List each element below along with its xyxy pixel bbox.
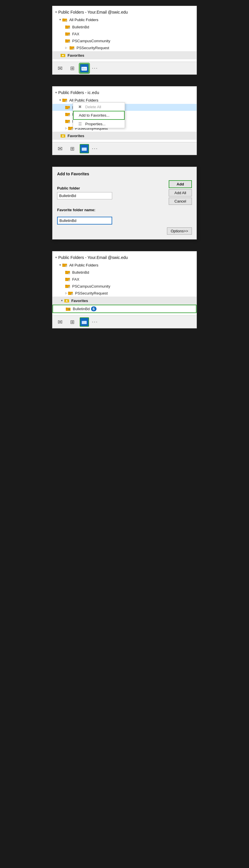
folder-nav-icon-1[interactable] (80, 64, 89, 73)
folder-sync-icon-bulletinbd-4 (66, 307, 71, 311)
folder-nav-svg-1 (81, 66, 87, 71)
favorites-label-2: Favorites (67, 134, 84, 138)
favorites-folder-icon-4 (64, 298, 70, 303)
public-folder-input[interactable] (57, 192, 112, 199)
expand-arrow-pssecurity-2[interactable]: ▷ (65, 127, 67, 130)
nav-bar-2: ✉ ⊞ ··· (53, 142, 196, 155)
mail-nav-icon-1[interactable]: ✉ (55, 64, 65, 73)
tree-item-fax-4[interactable]: FAX (53, 276, 196, 283)
dialog-footer: Options>> (57, 227, 192, 235)
pssecurity-label-4: PSSecurityRequest (75, 291, 108, 296)
delete-all-label: Delete All (85, 105, 101, 109)
context-menu-add-favorites[interactable]: Add to Favorites... (73, 111, 124, 120)
all-public-folders-row-1[interactable]: ▼ ⊞ All Public Folders (53, 16, 196, 24)
tree-item-bulletinbd-1[interactable]: BulletinBd (53, 24, 196, 30)
favorites-expand-arrow-4[interactable]: ▼ (61, 299, 63, 302)
add-favorites-label: Add to Favorites... (79, 113, 110, 118)
dialog-buttons-right: Add Add All Cancel (169, 180, 192, 205)
folder-nav-icon-4[interactable] (80, 317, 89, 327)
tree-item-bulletinbd-4[interactable]: BulletinBd (53, 269, 196, 276)
panel-title-2: Public F­olders - ic.edu (58, 90, 100, 95)
svg-rect-36 (82, 68, 84, 69)
svg-point-53 (68, 122, 70, 123)
panel-4: ▼ Public Folders - Your.Email @swic.edu … (52, 251, 197, 329)
tree-item-pssecurity-4[interactable]: ▷ PSSecurityRequest (53, 290, 196, 297)
mail-nav-icon-2[interactable]: ✉ (55, 144, 65, 153)
delete-all-icon: ✖ (78, 104, 83, 109)
add-all-button[interactable]: Add All (169, 189, 192, 196)
folder-icon-bulletinbd-1 (65, 25, 71, 29)
favorites-label-1: Favorites (67, 53, 84, 58)
pscampus-label-4: PSCampusCommunity (72, 284, 110, 288)
grid-nav-icon-2[interactable]: ⊞ (67, 144, 77, 153)
folder-icon-fax-4 (65, 277, 71, 281)
context-menu-properties[interactable]: ☰ Properties... (73, 120, 124, 128)
tree-area-4: ▼ Public Folders - Your.Email @swic.edu … (53, 251, 196, 315)
nav-dots-4[interactable]: ··· (92, 319, 98, 325)
folder-icon-pscampus-2 (65, 119, 71, 124)
svg-point-57 (71, 128, 73, 130)
favorites-row-4[interactable]: ▼ Favorites (53, 297, 196, 305)
tree-item-pscampus-1[interactable]: PSCampusCommunity (53, 37, 196, 44)
svg-point-76 (68, 279, 70, 281)
bulletinbd-favorites-label-4: BulletinBd (73, 307, 90, 311)
folder-icon-pscampus-4 (65, 284, 71, 288)
tree-item-bulletinbd-favorites-4[interactable]: BulletinBd 6 (53, 305, 196, 313)
grid-nav-icon-1[interactable]: ⊞ (67, 64, 77, 73)
cancel-button[interactable]: Cancel (169, 197, 192, 205)
svg-point-84 (71, 293, 73, 295)
context-menu-delete-all: ✖ Delete All (73, 103, 124, 111)
panel-title-4: Public Folders - Your.Email @swic.edu (58, 255, 128, 260)
favorite-folder-input[interactable] (57, 217, 112, 224)
collapse-arrow-1[interactable]: ▼ (55, 11, 57, 13)
tree-item-pssecurity-1[interactable]: ▷ PSSecurityRequest (53, 44, 196, 51)
root-header-4: ▼ Public Folders - Your.Email @swic.edu (53, 254, 196, 261)
svg-point-39 (65, 100, 67, 102)
dialog-title: Add to Favorites (57, 172, 192, 176)
folder-icon-bulletinbd-2 (65, 105, 71, 110)
panel-2: ▼ Public F­olders - ic.edu ▼ All Pu­blic… (52, 86, 197, 155)
mail-nav-icon-4[interactable]: ✉ (55, 317, 65, 327)
panel-title-1: Public Folders - Your.Email @swic.edu (58, 10, 128, 14)
panel-1: ▼ Public Folders - Your.Email @swic.edu … (52, 6, 197, 75)
folder-network-icon-apf-2 (62, 98, 67, 102)
folder-icon-pssecurity-4 (68, 291, 73, 296)
dialog-favorite-name-row: Favorite folder name: (57, 208, 192, 224)
nav-dots-2[interactable]: ··· (92, 146, 98, 152)
folder-network-icon-apf-1: ⊞ (62, 18, 67, 22)
folder-nav-svg-2 (81, 146, 87, 151)
add-to-favorites-dialog: Add to Favorites Public folder Add Add A… (52, 167, 197, 240)
all-public-folders-label-1: All Public Folders (69, 18, 98, 22)
svg-text:⊞: ⊞ (66, 20, 67, 22)
pscampus-label-1: PSCampusCommunity (72, 39, 110, 43)
collapse-arrow-apf-1[interactable]: ▼ (59, 18, 61, 21)
all-public-folders-row-4[interactable]: ▼ All Public Folders (53, 261, 196, 269)
bulletinbd-label-4: BulletinBd (72, 270, 89, 275)
tree-item-pscampus-4[interactable]: PSCampusCommunity (53, 283, 196, 290)
expand-arrow-pssecurity-4[interactable]: ▷ (65, 292, 67, 294)
folder-nav-icon-2[interactable] (80, 144, 89, 153)
svg-point-80 (68, 286, 70, 288)
bulletinbd-badge-4: 6 (91, 306, 96, 311)
all-public-folders-label-4: All Public Folders (69, 263, 98, 267)
properties-icon: ☰ (78, 122, 83, 126)
grid-nav-icon-4[interactable]: ⊞ (67, 317, 77, 327)
folder-icon-fax-2 (65, 112, 71, 117)
root-header-1: ▼ Public Folders - Your.Email @swic.edu (53, 8, 196, 16)
options-button[interactable]: Options>> (167, 227, 192, 235)
nav-dots-1[interactable]: ··· (92, 65, 98, 71)
all-public-folders-label-2: All Pu­blic Folders (69, 98, 98, 102)
fax-label-1: FAX (72, 32, 79, 36)
add-button[interactable]: Add (169, 180, 192, 188)
properties-label: Properties... (85, 122, 106, 126)
context-menu: ✖ Delete All Add to Favorites... ☰ Prope… (73, 102, 125, 128)
favorites-row-2[interactable]: Favorites (53, 132, 196, 140)
public-folder-label: Public folder (57, 186, 166, 190)
favorites-row-1[interactable]: Favorites (53, 51, 196, 59)
tree-item-fax-1[interactable]: FAX (53, 30, 196, 37)
fax-label-4: FAX (72, 277, 79, 281)
expand-arrow-pssecurity-1[interactable]: ▷ (65, 46, 69, 49)
tree-area-1: ▼ Public Folders - Your.Email @swic.edu … (53, 6, 196, 62)
bulletinbd-label-1: BulletinBd (72, 25, 89, 29)
nav-bar-4: ✉ ⊞ ··· (53, 315, 196, 328)
